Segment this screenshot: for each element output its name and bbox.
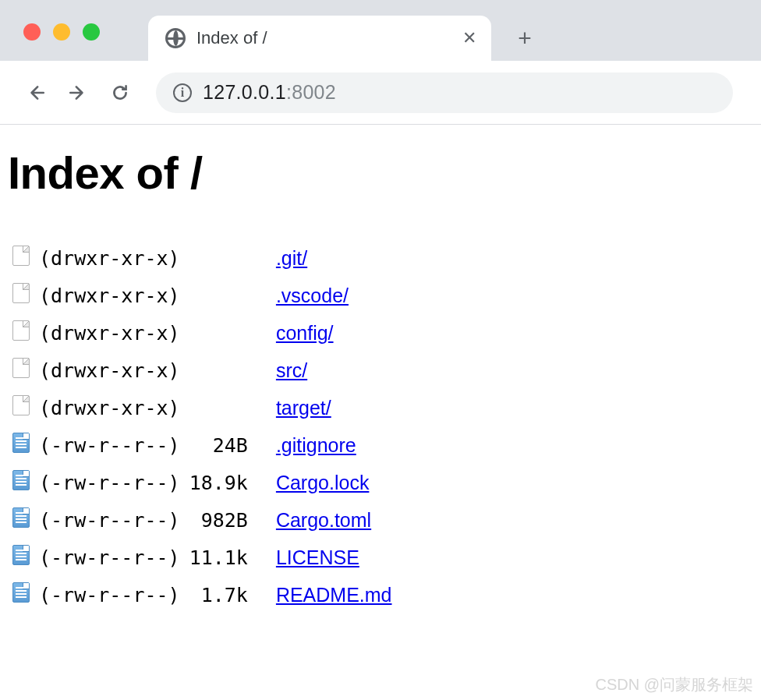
folder-icon — [12, 358, 30, 378]
tab-title: Index of / — [196, 28, 451, 48]
file-link[interactable]: .vscode/ — [276, 285, 349, 306]
browser-toolbar: i 127.0.0.1:8002 — [0, 61, 761, 125]
back-button[interactable] — [19, 76, 53, 110]
listing-row: (-rw-r--r--)24B.gitignore — [8, 426, 397, 464]
file-permissions: (-rw-r--r--) — [34, 539, 185, 576]
file-size — [185, 277, 271, 314]
arrow-left-icon — [26, 83, 46, 103]
listing-row: (-rw-r--r--)1.7kREADME.md — [8, 576, 397, 613]
globe-icon — [165, 28, 186, 48]
file-link[interactable]: .gitignore — [276, 434, 356, 456]
file-size: 18.9k — [185, 464, 271, 501]
folder-icon — [12, 320, 30, 341]
site-info-icon[interactable]: i — [173, 83, 192, 102]
file-size — [185, 352, 271, 389]
folder-icon — [12, 283, 30, 303]
new-tab-button[interactable]: + — [508, 22, 541, 55]
file-permissions: (-rw-r--r--) — [34, 501, 185, 539]
listing-row: (-rw-r--r--)11.1kLICENSE — [8, 539, 397, 576]
file-link[interactable]: README.md — [276, 584, 392, 606]
file-link[interactable]: LICENSE — [276, 546, 359, 568]
file-permissions: (drwxr-xr-x) — [34, 314, 185, 352]
file-permissions: (-rw-r--r--) — [34, 464, 185, 501]
arrow-right-icon — [68, 83, 88, 103]
file-permissions: (-rw-r--r--) — [34, 576, 185, 613]
file-icon — [12, 470, 30, 490]
file-size — [185, 389, 271, 426]
window-controls — [23, 23, 100, 41]
file-permissions: (drwxr-xr-x) — [34, 277, 185, 314]
browser-tab-strip: Index of / ✕ + — [0, 0, 761, 61]
address-host: 127.0.0.1 — [203, 81, 286, 103]
file-link[interactable]: Cargo.lock — [276, 472, 370, 493]
file-icon — [12, 582, 30, 603]
forward-button[interactable] — [61, 76, 95, 110]
listing-row: (drwxr-xr-x).git/ — [8, 239, 397, 277]
listing-row: (drwxr-xr-x).vscode/ — [8, 277, 397, 314]
window-minimize-button[interactable] — [53, 23, 70, 41]
folder-icon — [12, 395, 30, 415]
page-content: Index of / (drwxr-xr-x).git/(drwxr-xr-x)… — [0, 125, 761, 621]
tab-bar: Index of / ✕ + — [148, 14, 541, 61]
close-icon[interactable]: ✕ — [462, 30, 477, 46]
folder-icon — [12, 246, 30, 266]
address-bar[interactable]: i 127.0.0.1:8002 — [156, 72, 733, 113]
file-permissions: (drwxr-xr-x) — [34, 389, 185, 426]
listing-row: (-rw-r--r--)18.9kCargo.lock — [8, 464, 397, 501]
page-title: Index of / — [8, 147, 753, 199]
address-port: :8002 — [286, 81, 336, 103]
window-maximize-button[interactable] — [83, 23, 100, 41]
window-close-button[interactable] — [23, 23, 41, 41]
file-permissions: (drwxr-xr-x) — [34, 352, 185, 389]
file-size — [185, 314, 271, 352]
file-size: 11.1k — [185, 539, 271, 576]
file-permissions: (-rw-r--r--) — [34, 426, 185, 464]
directory-listing: (drwxr-xr-x).git/(drwxr-xr-x).vscode/(dr… — [8, 239, 397, 613]
address-text: 127.0.0.1:8002 — [203, 81, 336, 104]
watermark: CSDN @问蒙服务框架 — [595, 674, 753, 695]
file-size — [185, 239, 271, 277]
file-permissions: (drwxr-xr-x) — [34, 239, 185, 277]
file-size: 24B — [185, 426, 271, 464]
listing-row: (drwxr-xr-x)src/ — [8, 352, 397, 389]
file-link[interactable]: src/ — [276, 359, 307, 381]
file-link[interactable]: config/ — [276, 322, 334, 344]
listing-row: (-rw-r--r--)982BCargo.toml — [8, 501, 397, 539]
browser-tab[interactable]: Index of / ✕ — [148, 16, 491, 61]
file-link[interactable]: target/ — [276, 397, 331, 419]
listing-row: (drwxr-xr-x)target/ — [8, 389, 397, 426]
file-icon — [12, 545, 30, 565]
file-link[interactable]: .git/ — [276, 247, 307, 269]
file-icon — [12, 433, 30, 453]
file-link[interactable]: Cargo.toml — [276, 509, 371, 531]
reload-icon — [110, 83, 130, 103]
listing-row: (drwxr-xr-x)config/ — [8, 314, 397, 352]
reload-button[interactable] — [103, 76, 137, 110]
file-size: 1.7k — [185, 576, 271, 613]
file-size: 982B — [185, 501, 271, 539]
file-icon — [12, 507, 30, 528]
